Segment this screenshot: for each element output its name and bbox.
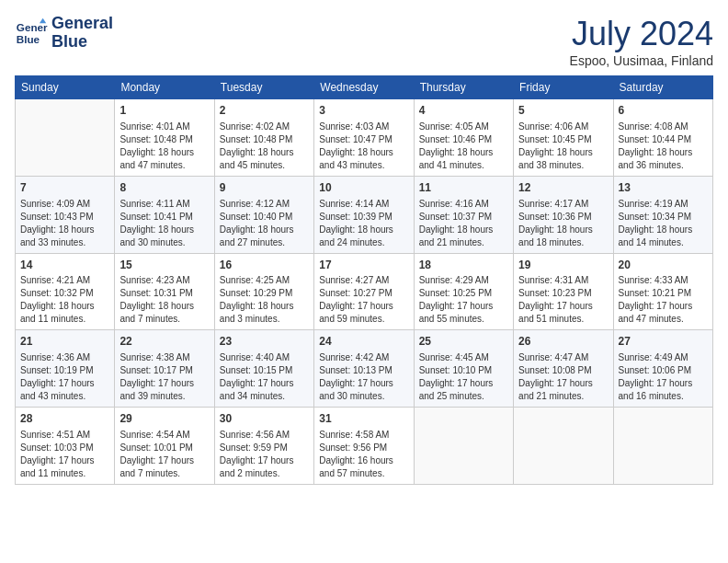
day-info: Sunrise: 4:42 AM Sunset: 10:13 PM Daylig…	[319, 351, 408, 403]
day-number: 14	[20, 258, 109, 273]
day-info: Sunrise: 4:29 AM Sunset: 10:25 PM Daylig…	[419, 274, 508, 326]
day-number: 18	[419, 258, 508, 273]
day-info: Sunrise: 4:38 AM Sunset: 10:17 PM Daylig…	[119, 351, 209, 403]
day-info: Sunrise: 4:03 AM Sunset: 10:47 PM Daylig…	[319, 121, 408, 172]
day-number: 26	[518, 334, 608, 350]
day-info: Sunrise: 4:58 AM Sunset: 9:56 PM Dayligh…	[319, 429, 408, 480]
calendar-week-row: 21Sunrise: 4:36 AM Sunset: 10:19 PM Dayl…	[16, 330, 713, 408]
day-number: 27	[619, 334, 708, 350]
weekday-header-sunday: Sunday	[16, 76, 115, 99]
weekday-header-wednesday: Wednesday	[314, 76, 414, 99]
day-info: Sunrise: 4:25 AM Sunset: 10:29 PM Daylig…	[220, 274, 309, 326]
day-number: 2	[220, 103, 309, 119]
calendar-cell	[514, 408, 613, 485]
calendar-cell	[414, 408, 513, 485]
calendar-cell: 29Sunrise: 4:54 AM Sunset: 10:01 PM Dayl…	[115, 408, 214, 485]
day-info: Sunrise: 4:27 AM Sunset: 10:27 PM Daylig…	[319, 274, 408, 326]
logo: General Blue General Blue	[15, 15, 113, 52]
calendar-cell: 3Sunrise: 4:03 AM Sunset: 10:47 PM Dayli…	[314, 99, 414, 177]
calendar-cell: 11Sunrise: 4:16 AM Sunset: 10:37 PM Dayl…	[414, 176, 513, 253]
logo-text-general: General	[51, 15, 113, 33]
calendar-table: SundayMondayTuesdayWednesdayThursdayFrid…	[15, 75, 713, 485]
day-info: Sunrise: 4:54 AM Sunset: 10:01 PM Daylig…	[119, 429, 209, 480]
day-number: 29	[119, 411, 209, 427]
calendar-cell: 9Sunrise: 4:12 AM Sunset: 10:40 PM Dayli…	[214, 176, 313, 253]
calendar-cell: 12Sunrise: 4:17 AM Sunset: 10:36 PM Dayl…	[514, 176, 613, 253]
day-number: 22	[119, 334, 209, 350]
calendar-cell: 16Sunrise: 4:25 AM Sunset: 10:29 PM Dayl…	[214, 253, 313, 330]
calendar-cell: 24Sunrise: 4:42 AM Sunset: 10:13 PM Dayl…	[314, 330, 414, 408]
logo-text-blue: Blue	[51, 33, 113, 52]
day-number: 13	[619, 180, 708, 196]
day-info: Sunrise: 4:08 AM Sunset: 10:44 PM Daylig…	[619, 121, 708, 172]
weekday-header-row: SundayMondayTuesdayWednesdayThursdayFrid…	[16, 76, 713, 99]
day-number: 11	[419, 180, 508, 196]
day-info: Sunrise: 4:05 AM Sunset: 10:46 PM Daylig…	[419, 121, 508, 172]
day-number: 10	[319, 180, 408, 196]
day-info: Sunrise: 4:56 AM Sunset: 9:59 PM Dayligh…	[220, 429, 309, 480]
day-number: 19	[518, 258, 608, 273]
day-number: 1	[119, 103, 209, 119]
title-block: July 2024 Espoo, Uusimaa, Finland	[570, 15, 713, 68]
day-number: 7	[20, 180, 109, 196]
svg-text:Blue: Blue	[17, 33, 40, 45]
calendar-cell: 6Sunrise: 4:08 AM Sunset: 10:44 PM Dayli…	[613, 99, 712, 177]
calendar-cell: 31Sunrise: 4:58 AM Sunset: 9:56 PM Dayli…	[314, 408, 414, 485]
day-number: 3	[319, 103, 408, 119]
day-info: Sunrise: 4:14 AM Sunset: 10:39 PM Daylig…	[319, 198, 408, 249]
calendar-cell: 22Sunrise: 4:38 AM Sunset: 10:17 PM Dayl…	[115, 330, 214, 408]
calendar-cell: 13Sunrise: 4:19 AM Sunset: 10:34 PM Dayl…	[613, 176, 712, 253]
day-number: 25	[419, 334, 508, 350]
day-info: Sunrise: 4:31 AM Sunset: 10:23 PM Daylig…	[518, 274, 608, 326]
calendar-cell: 21Sunrise: 4:36 AM Sunset: 10:19 PM Dayl…	[16, 330, 115, 408]
calendar-cell: 5Sunrise: 4:06 AM Sunset: 10:45 PM Dayli…	[514, 99, 613, 177]
day-number: 5	[518, 103, 608, 119]
weekday-header-monday: Monday	[115, 76, 214, 99]
day-info: Sunrise: 4:12 AM Sunset: 10:40 PM Daylig…	[220, 198, 309, 249]
day-info: Sunrise: 4:17 AM Sunset: 10:36 PM Daylig…	[518, 198, 608, 249]
calendar-cell: 15Sunrise: 4:23 AM Sunset: 10:31 PM Dayl…	[115, 253, 214, 330]
day-number: 8	[119, 180, 209, 196]
day-number: 23	[220, 334, 309, 350]
calendar-week-row: 7Sunrise: 4:09 AM Sunset: 10:43 PM Dayli…	[16, 176, 713, 253]
calendar-cell: 25Sunrise: 4:45 AM Sunset: 10:10 PM Dayl…	[414, 330, 513, 408]
calendar-cell: 2Sunrise: 4:02 AM Sunset: 10:48 PM Dayli…	[214, 99, 313, 177]
page-header: General Blue General Blue July 2024 Espo…	[15, 15, 713, 68]
calendar-cell: 10Sunrise: 4:14 AM Sunset: 10:39 PM Dayl…	[314, 176, 414, 253]
calendar-cell: 4Sunrise: 4:05 AM Sunset: 10:46 PM Dayli…	[414, 99, 513, 177]
day-info: Sunrise: 4:21 AM Sunset: 10:32 PM Daylig…	[20, 274, 109, 326]
calendar-cell	[16, 99, 115, 177]
day-info: Sunrise: 4:06 AM Sunset: 10:45 PM Daylig…	[518, 121, 608, 172]
day-info: Sunrise: 4:49 AM Sunset: 10:06 PM Daylig…	[619, 351, 708, 403]
calendar-cell: 14Sunrise: 4:21 AM Sunset: 10:32 PM Dayl…	[16, 253, 115, 330]
calendar-cell: 1Sunrise: 4:01 AM Sunset: 10:48 PM Dayli…	[115, 99, 214, 177]
day-info: Sunrise: 4:23 AM Sunset: 10:31 PM Daylig…	[119, 274, 209, 326]
day-number: 30	[220, 411, 309, 427]
calendar-week-row: 14Sunrise: 4:21 AM Sunset: 10:32 PM Dayl…	[16, 253, 713, 330]
day-number: 24	[319, 334, 408, 350]
weekday-header-thursday: Thursday	[414, 76, 513, 99]
location-text: Espoo, Uusimaa, Finland	[570, 53, 713, 68]
calendar-cell: 17Sunrise: 4:27 AM Sunset: 10:27 PM Dayl…	[314, 253, 414, 330]
day-info: Sunrise: 4:01 AM Sunset: 10:48 PM Daylig…	[119, 121, 209, 172]
month-year-title: July 2024	[570, 15, 713, 53]
day-info: Sunrise: 4:33 AM Sunset: 10:21 PM Daylig…	[619, 274, 708, 326]
day-number: 15	[119, 258, 209, 273]
day-number: 4	[419, 103, 508, 119]
day-info: Sunrise: 4:11 AM Sunset: 10:41 PM Daylig…	[119, 198, 209, 249]
weekday-header-saturday: Saturday	[613, 76, 712, 99]
weekday-header-tuesday: Tuesday	[214, 76, 313, 99]
calendar-cell: 18Sunrise: 4:29 AM Sunset: 10:25 PM Dayl…	[414, 253, 513, 330]
weekday-header-friday: Friday	[514, 76, 613, 99]
day-info: Sunrise: 4:40 AM Sunset: 10:15 PM Daylig…	[220, 351, 309, 403]
calendar-cell: 8Sunrise: 4:11 AM Sunset: 10:41 PM Dayli…	[115, 176, 214, 253]
logo-icon: General Blue	[15, 17, 48, 50]
calendar-cell: 7Sunrise: 4:09 AM Sunset: 10:43 PM Dayli…	[16, 176, 115, 253]
day-number: 28	[20, 411, 109, 427]
calendar-cell	[613, 408, 712, 485]
calendar-cell: 26Sunrise: 4:47 AM Sunset: 10:08 PM Dayl…	[514, 330, 613, 408]
day-number: 12	[518, 180, 608, 196]
day-number: 16	[220, 258, 309, 273]
calendar-week-row: 1Sunrise: 4:01 AM Sunset: 10:48 PM Dayli…	[16, 99, 713, 177]
calendar-cell: 20Sunrise: 4:33 AM Sunset: 10:21 PM Dayl…	[613, 253, 712, 330]
